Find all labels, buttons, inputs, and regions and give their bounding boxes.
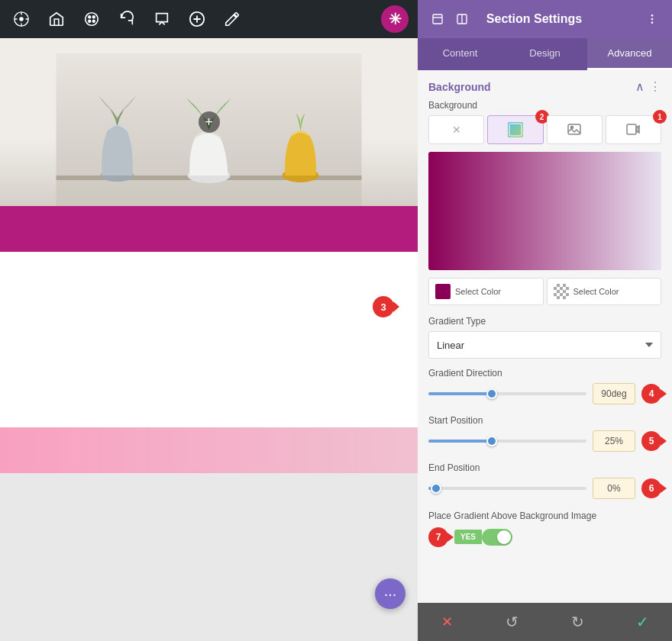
gradient-type-select[interactable]: Linear Radial	[428, 331, 661, 359]
svg-point-5	[89, 20, 91, 22]
svg-point-16	[651, 18, 654, 21]
background-title: Background	[428, 81, 635, 93]
start-position-slider-row: 25% 5	[428, 430, 661, 452]
color-label-1: Select Color	[455, 287, 501, 296]
place-gradient-label: Place Gradient Above Background Image	[428, 510, 661, 523]
badge-4: 4	[641, 384, 661, 404]
add-section-button[interactable]: +	[199, 111, 220, 133]
badge-6: 6	[641, 478, 661, 498]
end-position-slider-row: 0% 6	[428, 478, 661, 499]
background-field-label: Background	[428, 100, 661, 111]
divi-icon[interactable]: ✳	[381, 5, 409, 33]
badge-1: 1	[653, 110, 667, 124]
svg-rect-22	[627, 124, 636, 134]
gradient-direction-fill	[428, 392, 492, 395]
panel-title: Section Settings	[425, 12, 643, 26]
gradient-direction-value[interactable]: 90deg	[593, 383, 635, 404]
section-more-icon[interactable]: ⋮	[649, 79, 661, 94]
color-selector-1[interactable]: Select Color	[428, 278, 544, 305]
svg-point-6	[92, 20, 95, 22]
svg-point-21	[571, 127, 573, 129]
gradient-direction-thumb[interactable]	[486, 388, 497, 399]
start-position-track[interactable]	[428, 440, 586, 443]
add-icon[interactable]	[185, 7, 209, 31]
collapse-icon[interactable]: ∧	[635, 79, 645, 94]
home-icon[interactable]	[44, 7, 69, 31]
svg-point-3	[89, 16, 91, 18]
end-position-track[interactable]	[428, 487, 586, 490]
cancel-button[interactable]: ✕	[433, 608, 460, 636]
start-position-field: Start Position 25% 5	[428, 415, 661, 452]
feedback-icon[interactable]	[150, 7, 174, 31]
palette-icon[interactable]	[79, 7, 104, 31]
gradient-direction-label: Gradient Direction	[428, 368, 661, 378]
bg-type-none[interactable]: ✕	[428, 115, 484, 144]
toggle-thumb	[497, 530, 511, 544]
floating-menu-button[interactable]: ···	[375, 578, 405, 609]
bg-type-image[interactable]	[547, 115, 603, 144]
purple-section	[0, 206, 418, 252]
start-position-value[interactable]: 25%	[593, 430, 635, 452]
panel-header: Section Settings	[418, 0, 672, 38]
end-position-field: End Position 0% 6	[428, 462, 661, 499]
pink-section	[0, 427, 418, 473]
gradient-type-label: Gradient Type	[428, 316, 661, 327]
place-gradient-toggle[interactable]: YES	[454, 529, 512, 546]
color-selector-2[interactable]: Select Color	[547, 278, 662, 305]
badge-3: 3	[373, 296, 394, 317]
panel-content: Background ✕ 2 1	[418, 100, 672, 558]
more-icon[interactable]	[643, 10, 661, 28]
refresh-icon[interactable]	[115, 7, 139, 31]
svg-point-15	[651, 14, 654, 17]
color-selectors-row: Select Color Select Color	[428, 278, 661, 305]
gradient-direction-slider-row: 90deg 4	[428, 383, 661, 404]
toggle-switch[interactable]	[482, 529, 512, 546]
toggle-yes-label[interactable]: YES	[454, 530, 482, 544]
canvas-content: + ···	[0, 38, 418, 641]
edit-icon[interactable]	[220, 7, 244, 31]
bg-type-video[interactable]: 1	[606, 115, 661, 144]
gradient-preview	[428, 152, 661, 270]
vases-image: +	[0, 38, 418, 206]
tab-content[interactable]: Content	[418, 38, 502, 70]
badge-7: 7	[428, 527, 448, 547]
gradient-direction-track[interactable]	[428, 392, 586, 395]
background-section-header: Background ∧ ⋮	[418, 70, 672, 100]
place-gradient-field: Place Gradient Above Background Image 7 …	[428, 510, 661, 547]
background-type-row: ✕ 2 1	[428, 115, 661, 144]
color-swatch-2	[554, 284, 569, 299]
save-button[interactable]: ✓	[629, 608, 657, 636]
end-position-label: End Position	[428, 462, 661, 473]
svg-point-2	[86, 13, 99, 26]
color-swatch-1	[435, 284, 451, 299]
wordpress-icon[interactable]	[9, 7, 34, 31]
white-section	[0, 252, 418, 427]
toolbar: ✳	[0, 0, 418, 38]
color-label-2: Select Color	[573, 287, 619, 296]
gradient-direction-field: Gradient Direction 90deg 4	[428, 368, 661, 404]
start-position-label: Start Position	[428, 415, 661, 426]
panel-bottom-bar: ✕ ↺ ↻ ✓	[418, 603, 672, 641]
start-position-thumb[interactable]	[486, 436, 497, 446]
end-position-thumb[interactable]	[431, 483, 441, 494]
bg-type-gradient[interactable]: 2	[487, 115, 543, 144]
svg-point-4	[92, 16, 95, 18]
badge-5: 5	[641, 431, 661, 451]
svg-point-1	[19, 17, 24, 21]
undo-button[interactable]: ↺	[499, 608, 526, 636]
gradient-type-field: Gradient Type Linear Radial	[428, 316, 661, 359]
right-panel: Section Settings Content Design Advanced…	[418, 0, 672, 641]
start-position-fill	[428, 440, 492, 443]
svg-rect-18	[508, 122, 523, 137]
end-position-value[interactable]: 0%	[593, 478, 635, 499]
panel-body: Background ∧ ⋮ Background ✕ 2	[418, 70, 672, 603]
canvas-area: ✳	[0, 0, 418, 641]
svg-point-17	[651, 21, 654, 24]
redo-button[interactable]: ↻	[564, 608, 591, 636]
panel-tabs: Content Design Advanced	[418, 38, 672, 70]
tab-advanced[interactable]: Advanced	[587, 38, 672, 70]
tab-design[interactable]: Design	[502, 38, 587, 70]
shelf-section: +	[0, 38, 418, 206]
